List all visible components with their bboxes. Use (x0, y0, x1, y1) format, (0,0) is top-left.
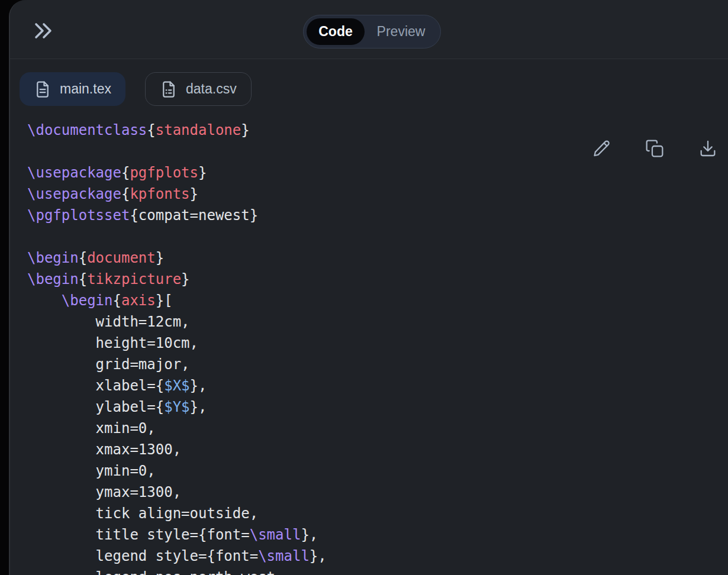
toggle-code-button[interactable]: Code (307, 18, 365, 45)
tab-label: main.tex (60, 81, 111, 97)
tab-label: data.csv (186, 81, 237, 97)
top-bar: Code Preview (10, 0, 728, 59)
collapse-sidebar-button[interactable] (30, 19, 56, 43)
code-block: \documentclass{standalone}\usepackage{pg… (27, 119, 327, 575)
tab-data-csv[interactable]: data.csv (145, 72, 252, 106)
chevrons-right-icon (33, 21, 54, 40)
code-scroll-area[interactable]: \documentclass{standalone}\usepackage{pg… (10, 107, 728, 575)
tab-main-tex[interactable]: main.tex (20, 72, 125, 106)
toggle-preview-button[interactable]: Preview (365, 18, 437, 45)
file-text-icon (34, 80, 51, 98)
artifact-panel: Code Preview main.tex (9, 0, 728, 575)
file-csv-icon (160, 80, 178, 98)
file-tab-bar: main.tex data.csv (10, 59, 728, 106)
code-preview-toggle: Code Preview (303, 15, 441, 49)
